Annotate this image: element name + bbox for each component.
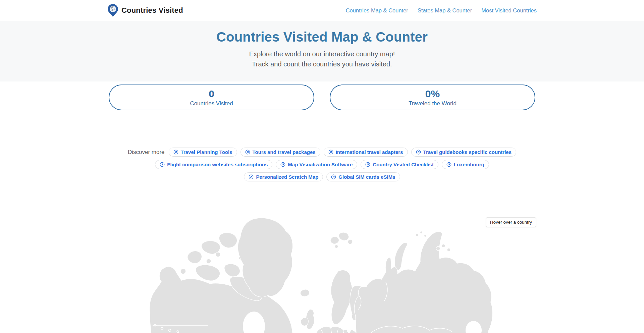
explore-arrow-circle-icon bbox=[280, 162, 285, 167]
chip-label: Global SIM cards eSIMs bbox=[338, 174, 395, 180]
chip-global-sim-cards-esims[interactable]: Global SIM cards eSIMs bbox=[326, 172, 400, 181]
world-map-section: Hover over a country bbox=[0, 215, 644, 333]
hero-section: Countries Visited Map & Counter Explore … bbox=[0, 21, 644, 81]
discover-more-label: Discover more bbox=[128, 149, 165, 156]
brand-title: Countries Visited bbox=[121, 6, 183, 15]
explore-arrow-circle-icon bbox=[173, 150, 178, 155]
nav-most-visited-countries[interactable]: Most Visited Countries bbox=[481, 7, 537, 14]
chip-label: Tours and travel packages bbox=[253, 149, 316, 155]
chip-label: International travel adapters bbox=[336, 149, 403, 155]
main-nav: Countries Map & Counter States Map & Cou… bbox=[346, 7, 537, 14]
hero-subtitle: Explore the world on our interactive cou… bbox=[0, 49, 644, 69]
brand-logo-link[interactable]: Countries Visited bbox=[107, 4, 183, 17]
chip-tours-travel-packages[interactable]: Tours and travel packages bbox=[240, 148, 320, 157]
chip-label: Luxembourg bbox=[454, 162, 484, 167]
traveled-world-label: Traveled the World bbox=[409, 100, 457, 107]
chip-country-visited-checklist[interactable]: Country Visited Checklist bbox=[361, 160, 438, 169]
chip-label: Travel guidebooks specific countries bbox=[423, 149, 512, 155]
explore-arrow-circle-icon bbox=[446, 162, 451, 167]
world-map[interactable] bbox=[0, 215, 644, 333]
header-container: Countries Visited Countries Map & Counte… bbox=[107, 4, 537, 17]
traveled-world-counter: 0% Traveled the World bbox=[330, 85, 535, 110]
map-hover-tooltip: Hover over a country bbox=[486, 217, 536, 227]
chip-travel-guidebooks[interactable]: Travel guidebooks specific countries bbox=[411, 148, 516, 157]
explore-arrow-circle-icon bbox=[328, 150, 333, 155]
explore-arrow-circle-icon bbox=[249, 174, 254, 179]
chip-travel-planning-tools[interactable]: Travel Planning Tools bbox=[169, 148, 237, 157]
chip-label: Map Visualization Software bbox=[288, 162, 353, 167]
traveled-world-value: 0% bbox=[425, 88, 440, 99]
hero-subtitle-line2: Track and count the countries you have v… bbox=[0, 59, 644, 69]
map-russia bbox=[354, 232, 492, 333]
discover-more-section: Discover more Travel Planning Tools Tour… bbox=[121, 148, 523, 181]
globe-pin-icon bbox=[107, 4, 118, 17]
chip-label: Flight comparison websites subscriptions bbox=[167, 162, 268, 167]
header: Countries Visited Countries Map & Counte… bbox=[0, 0, 644, 21]
chip-label: Travel Planning Tools bbox=[181, 149, 232, 155]
chip-flight-comparison[interactable]: Flight comparison websites subscriptions bbox=[155, 160, 272, 169]
explore-arrow-circle-icon bbox=[245, 150, 250, 155]
chip-label: Country Visited Checklist bbox=[373, 162, 433, 167]
countries-visited-value: 0 bbox=[209, 88, 214, 99]
page-title: Countries Visited Map & Counter bbox=[0, 30, 644, 45]
chip-luxembourg[interactable]: Luxembourg bbox=[442, 160, 489, 169]
countries-visited-counter: 0 Countries Visited bbox=[109, 85, 314, 110]
chip-international-travel-adapters[interactable]: International travel adapters bbox=[324, 148, 408, 157]
countries-visited-label: Countries Visited bbox=[190, 100, 233, 107]
hero-subtitle-line1: Explore the world on our interactive cou… bbox=[0, 49, 644, 59]
chip-label: Personalized Scratch Map bbox=[256, 174, 318, 180]
chip-personalized-scratch-map[interactable]: Personalized Scratch Map bbox=[244, 172, 323, 181]
map-scandinavia bbox=[331, 270, 353, 324]
nav-states-map-counter[interactable]: States Map & Counter bbox=[418, 7, 472, 14]
explore-arrow-circle-icon bbox=[365, 162, 370, 167]
map-iceland bbox=[300, 289, 309, 296]
chip-map-visualization-software[interactable]: Map Visualization Software bbox=[276, 160, 357, 169]
nav-countries-map-counter[interactable]: Countries Map & Counter bbox=[346, 7, 408, 14]
explore-arrow-circle-icon bbox=[160, 162, 165, 167]
explore-arrow-circle-icon bbox=[416, 150, 421, 155]
counters-row: 0 Countries Visited 0% Traveled the Worl… bbox=[0, 85, 644, 110]
explore-arrow-circle-icon bbox=[331, 174, 336, 179]
